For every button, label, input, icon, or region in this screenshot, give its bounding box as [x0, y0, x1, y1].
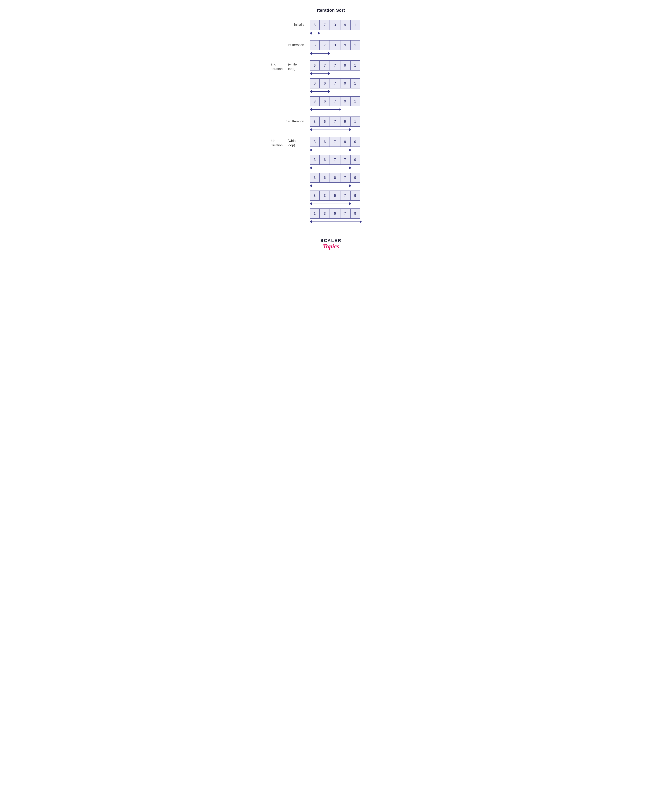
cell-4-1-3: 7 — [340, 155, 350, 165]
label-col-0-0: Initially — [271, 20, 310, 27]
cell-2-2-2: 7 — [330, 96, 340, 106]
label-col-4-0: 4th Iteration(while loop) — [271, 137, 310, 148]
array-col-2-1: 66791 — [310, 78, 360, 96]
cell-0-0-1: 7 — [320, 20, 330, 30]
arrow-row-4-2 — [310, 183, 351, 188]
cell-4-4-1: 3 — [320, 208, 330, 219]
logo: SCALER Topics — [320, 238, 341, 250]
cell-2-1-4: 1 — [350, 78, 360, 89]
arrow-row-2-0 — [310, 71, 330, 76]
label-col-2-0: 2nd Iteration(while loop) — [271, 60, 310, 71]
cell-2-2-3: 9 — [340, 96, 350, 106]
step-row-0-0: Initially67391 — [271, 20, 391, 38]
cell-4-2-3: 7 — [340, 172, 350, 183]
cell-2-2-1: 6 — [320, 96, 330, 106]
arrow-row-2-1 — [310, 89, 330, 94]
cell-4-2-0: 3 — [310, 172, 320, 183]
step-row-4-4: 13679 — [271, 208, 391, 226]
cell-4-2-2: 6 — [330, 172, 340, 183]
cell-2-1-0: 6 — [310, 78, 320, 89]
arrow-line-0-0 — [310, 33, 320, 33]
label-text-4-0: 4th Iteration — [271, 139, 288, 148]
cell-2-0-3: 9 — [340, 60, 350, 71]
arrow-line-4-0 — [310, 150, 351, 150]
main-container: Iteration Sort Initially67391Ist Iterati… — [271, 8, 391, 250]
arrow-row-0-0 — [310, 31, 320, 36]
cell-4-0-3: 9 — [340, 137, 350, 147]
arrow-row-3-0 — [310, 127, 351, 132]
arrow-line-1-0 — [310, 53, 330, 53]
cell-3-0-3: 9 — [340, 116, 350, 127]
cell-0-0-3: 9 — [340, 20, 350, 30]
step-row-4-2: 36679 — [271, 172, 391, 190]
arrow-line-4-3 — [310, 204, 351, 204]
array-col-1-0: 67391 — [310, 40, 360, 58]
cell-4-0-0: 3 — [310, 137, 320, 147]
cell-1-0-0: 6 — [310, 40, 320, 50]
step-row-4-1: 36779 — [271, 155, 391, 172]
array-col-4-4: 13679 — [310, 208, 362, 226]
label-text-3-0: 3rd Iteration — [286, 119, 304, 124]
cell-2-1-2: 7 — [330, 78, 340, 89]
array-col-3-0: 36791 — [310, 116, 360, 134]
array-cells-1-0: 67391 — [310, 40, 360, 50]
cell-1-0-3: 9 — [340, 40, 350, 50]
step-row-4-0: 4th Iteration(while loop)36799 — [271, 137, 391, 155]
step-block-4: 4th Iteration(while loop)367993677936679… — [271, 137, 391, 226]
step-row-3-0: 3rd Iteration36791 — [271, 116, 391, 134]
step-row-1-0: Ist Iteration67391 — [271, 40, 391, 58]
array-col-4-3: 33679 — [310, 190, 360, 208]
cell-4-3-1: 3 — [320, 190, 330, 201]
cell-3-0-2: 7 — [330, 116, 340, 127]
array-cells-0-0: 67391 — [310, 20, 360, 30]
array-cells-2-2: 36791 — [310, 96, 360, 106]
cell-2-0-0: 6 — [310, 60, 320, 71]
arrow-line-4-4 — [310, 222, 362, 222]
arrow-row-4-4 — [310, 219, 362, 224]
label-col-3-0: 3rd Iteration — [271, 116, 310, 124]
step-row-2-0: 2nd Iteration(while loop)67791 — [271, 60, 391, 78]
step-row-2-2: 36791 — [271, 96, 391, 114]
cell-4-4-0: 1 — [310, 208, 320, 219]
cell-4-0-4: 9 — [350, 137, 360, 147]
cell-4-4-2: 6 — [330, 208, 340, 219]
arrow-row-1-0 — [310, 51, 330, 56]
cell-4-3-4: 9 — [350, 190, 360, 201]
arrow-line-3-0 — [310, 130, 351, 130]
cell-3-0-0: 3 — [310, 116, 320, 127]
steps-container: Initially67391Ist Iteration673912nd Iter… — [271, 20, 391, 229]
label-text-1-0: Ist Iteration — [288, 43, 304, 47]
arrow-row-4-1 — [310, 165, 351, 171]
array-col-0-0: 67391 — [310, 20, 360, 38]
array-cells-4-3: 33679 — [310, 190, 360, 201]
array-col-2-2: 36791 — [310, 96, 360, 114]
label-text-4-1: (while loop) — [288, 139, 304, 148]
cell-0-0-0: 6 — [310, 20, 320, 30]
cell-4-0-2: 7 — [330, 137, 340, 147]
array-col-4-1: 36779 — [310, 155, 360, 172]
arrow-row-4-0 — [310, 147, 351, 153]
step-row-2-1: 66791 — [271, 78, 391, 96]
arrow-row-4-3 — [310, 201, 351, 206]
cell-2-2-4: 1 — [350, 96, 360, 106]
array-cells-3-0: 36791 — [310, 116, 360, 127]
label-text-2-0: 2nd Iteration — [271, 62, 288, 71]
label-text-2-1: (while loop) — [288, 62, 304, 71]
logo-topics: Topics — [323, 243, 339, 250]
cell-2-0-1: 7 — [320, 60, 330, 71]
cell-4-0-1: 6 — [320, 137, 330, 147]
cell-2-1-3: 9 — [340, 78, 350, 89]
array-cells-2-1: 66791 — [310, 78, 360, 89]
cell-2-1-1: 6 — [320, 78, 330, 89]
cell-2-2-0: 3 — [310, 96, 320, 106]
array-col-4-2: 36679 — [310, 172, 360, 190]
array-col-2-0: 67791 — [310, 60, 360, 78]
arrow-line-4-2 — [310, 186, 351, 186]
cell-4-4-3: 7 — [340, 208, 350, 219]
array-cells-4-2: 36679 — [310, 172, 360, 183]
arrow-line-4-1 — [310, 168, 351, 168]
cell-4-3-0: 3 — [310, 190, 320, 201]
page-title: Iteration Sort — [317, 8, 345, 13]
cell-1-0-2: 3 — [330, 40, 340, 50]
step-block-3: 3rd Iteration36791 — [271, 116, 391, 134]
